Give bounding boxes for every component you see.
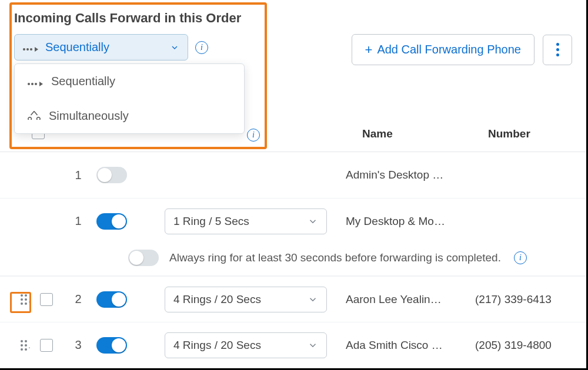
row-checkbox[interactable] xyxy=(40,339,53,352)
add-button-label: Add Call Forwarding Phone xyxy=(377,43,521,56)
phone-row: . 3 4 Rings / 20 Secs Ada Smith Cisco … … xyxy=(0,322,586,368)
ring-duration-select[interactable]: 4 Rings / 20 Secs xyxy=(165,287,327,312)
name-cell: Admin's Desktop … xyxy=(346,169,475,181)
column-number-header: Number xyxy=(488,127,530,140)
phone-row: 1 1 Ring / 5 Secs My Desktop & Mo… xyxy=(0,198,586,244)
ring-info-icon[interactable]: i xyxy=(247,129,260,142)
option-label: Sequentially xyxy=(51,75,115,88)
drag-handle[interactable]: . xyxy=(0,294,33,305)
number-cell: (217) 339-6413 xyxy=(475,293,581,306)
ring-duration-select[interactable]: 1 Ring / 5 Secs xyxy=(165,208,327,234)
active-toggle[interactable] xyxy=(96,337,127,354)
order-cell: 3 xyxy=(60,338,96,352)
ring-select-label: 4 Rings / 20 Secs xyxy=(173,293,261,306)
column-name-header: Name xyxy=(362,127,393,140)
sequential-icon xyxy=(23,41,38,53)
name-cell: Aaron Lee Yealin… xyxy=(346,293,475,306)
mode-select[interactable]: Sequentially xyxy=(14,34,188,60)
number-cell: (205) 319-4800 xyxy=(475,339,581,352)
chevron-down-icon xyxy=(170,43,179,52)
active-toggle[interactable] xyxy=(96,167,127,183)
sequential-icon xyxy=(28,75,43,88)
ring-duration-select[interactable]: 4 Rings / 20 Secs xyxy=(165,332,327,358)
simultaneous-icon xyxy=(28,109,41,123)
name-cell: My Desktop & Mo… xyxy=(346,215,475,228)
mode-info-icon[interactable]: i xyxy=(195,41,208,54)
always-ring-text: Always ring for at least 30 seconds befo… xyxy=(169,251,501,264)
always-ring-toggle[interactable] xyxy=(128,250,159,266)
order-cell: 1 xyxy=(60,169,96,182)
name-cell: Ada Smith Cisco … xyxy=(346,339,475,352)
option-label: Simultaneously xyxy=(49,109,129,123)
ring-select-label: 4 Rings / 20 Secs xyxy=(173,339,261,352)
ring-select-label: 1 Ring / 5 Secs xyxy=(173,215,249,228)
more-vertical-icon xyxy=(556,43,559,56)
more-menu-button[interactable] xyxy=(543,35,572,65)
always-ring-row: Always ring for at least 30 seconds befo… xyxy=(0,244,586,276)
chevron-down-icon xyxy=(308,294,318,305)
page-title: Incoming Calls Forward in this Order xyxy=(14,11,572,26)
phone-row: . 2 4 Rings / 20 Secs Aaron Lee Yealin… … xyxy=(0,276,586,322)
chevron-down-icon xyxy=(308,216,318,227)
order-cell: 2 xyxy=(60,292,96,306)
mode-option-simultaneously[interactable]: Simultaneously xyxy=(15,99,244,133)
phone-row: 1 Admin's Desktop … xyxy=(0,152,586,198)
mode-dropdown-menu: Sequentially Simultaneously xyxy=(14,63,245,134)
active-toggle[interactable] xyxy=(96,213,127,230)
chevron-down-icon xyxy=(308,340,318,351)
plus-icon: + xyxy=(365,43,373,56)
order-cell: 1 xyxy=(60,214,96,228)
drag-handle[interactable]: . xyxy=(0,340,33,351)
always-ring-info-icon[interactable]: i xyxy=(514,251,527,264)
mode-option-sequentially[interactable]: Sequentially xyxy=(15,64,244,99)
active-toggle[interactable] xyxy=(96,291,127,308)
mode-select-label: Sequentially xyxy=(45,41,163,54)
add-call-forwarding-button[interactable]: + Add Call Forwarding Phone xyxy=(352,34,534,65)
row-checkbox[interactable] xyxy=(40,293,53,306)
